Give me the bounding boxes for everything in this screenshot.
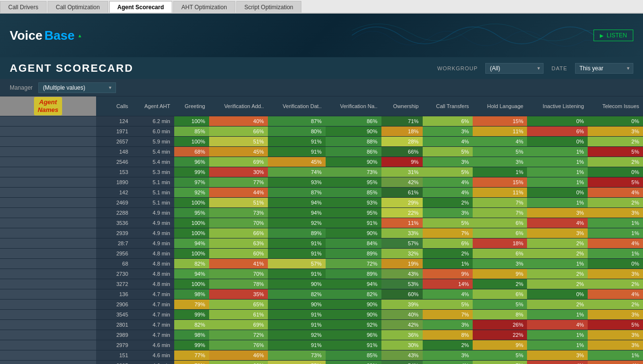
table-cell: 96%: [174, 157, 209, 167]
table-cell: 65%: [209, 300, 268, 310]
cell-calls: 2906: [96, 300, 132, 310]
table-cell: 90%: [268, 279, 326, 289]
table-cell: 4%: [588, 188, 643, 198]
table-cell: 76%: [209, 340, 268, 350]
cell-calls: 1890: [96, 177, 132, 188]
table-cell: 85%: [326, 350, 381, 361]
col-inactive: Inactive Listening: [527, 96, 588, 116]
table-cell: 15%: [473, 116, 527, 127]
listen-label: LISTEN: [607, 32, 627, 39]
table-cell: 84%: [326, 238, 381, 249]
cell-aht: 5.1 min: [132, 188, 174, 198]
cell-agent-id: [0, 310, 96, 320]
listen-button[interactable]: ▶ LISTEN: [594, 30, 633, 41]
table-cell: 22%: [381, 208, 423, 218]
table-cell: 70%: [209, 269, 268, 279]
workgroup-select[interactable]: (All): [485, 63, 544, 74]
table-cell: 61%: [209, 310, 268, 320]
tab-call-optimization[interactable]: Call Optimization: [48, 1, 108, 13]
tab-aht-optimization[interactable]: AHT Optimization: [173, 1, 235, 13]
table-cell: 86%: [326, 147, 381, 157]
table-cell: 51%: [209, 137, 268, 147]
data-table-container: AgentNames Calls Agent AHT Greeting Veri…: [0, 96, 643, 364]
table-cell: 7%: [423, 228, 473, 238]
cell-aht: 4.7 min: [132, 289, 174, 300]
table-cell: 90%: [326, 157, 381, 167]
cell-agent-id: [0, 330, 96, 340]
cell-calls: 2469: [96, 198, 132, 208]
table-cell: 85%: [174, 127, 209, 137]
date-select[interactable]: This year Last year Last 6 months Last 3…: [575, 63, 633, 74]
table-cell: 82%: [174, 320, 209, 330]
table-cell: 2%: [588, 157, 643, 167]
table-cell: 89%: [268, 228, 326, 238]
tab-bar: Call Drivers Call Optimization Agent Sco…: [0, 0, 643, 14]
table-cell: 1%: [527, 259, 588, 269]
table-cell: 6%: [473, 218, 527, 228]
table-cell: 3%: [473, 157, 527, 167]
tab-script-optimization[interactable]: Script Optimization: [236, 1, 302, 13]
col-ver-add: Verification Add..: [209, 96, 268, 116]
table-cell: 80%: [268, 127, 326, 137]
cell-agent-id: [0, 289, 96, 300]
table-cell: 11%: [473, 188, 527, 198]
table-cell: 0%: [527, 188, 588, 198]
table-cell: 33%: [381, 228, 423, 238]
table-cell: 5%: [423, 167, 473, 177]
table-cell: 22%: [473, 330, 527, 340]
table-cell: 91%: [268, 238, 326, 249]
controls: WORKGROUP (All) DATE This year Last year…: [437, 63, 633, 74]
table-cell: 82%: [326, 289, 381, 300]
table-cell: 57%: [381, 238, 423, 249]
table-row: 28:7 4.9 min 94% 63% 91% 84% 57% 6% 18% …: [0, 238, 643, 249]
tab-agent-scorecard[interactable]: Agent Scorecard: [109, 1, 172, 13]
table-cell: 94%: [174, 238, 209, 249]
col-ownership: Ownership: [381, 96, 423, 116]
table-cell: 77%: [209, 177, 268, 188]
table-cell: 73%: [209, 208, 268, 218]
col-ver-dat: Verification Dat..: [268, 96, 326, 116]
cell-agent-id: [0, 218, 96, 228]
table-row: 142 5.1 min 92% 44% 87% 85% 61% 4% 11% 0…: [0, 188, 643, 198]
table-cell: 2%: [423, 340, 473, 350]
table-row: 68 4.8 min 82% 41% 57% 72% 19% 1% 3% 1% …: [0, 259, 643, 269]
table-cell: 95%: [326, 208, 381, 218]
table-row: 153 5.3 min 99% 30% 74% 73% 31% 5% 1% 1%…: [0, 167, 643, 177]
table-cell: 4%: [588, 238, 643, 249]
manager-select[interactable]: (Multiple values): [38, 82, 116, 93]
logo: VoiceBase ▲: [10, 28, 82, 43]
table-row: 148 5.4 min 68% 45% 91% 86% 66% 5% 5% 1%…: [0, 147, 643, 157]
table-cell: 93%: [326, 198, 381, 208]
manager-bar: Manager (Multiple values): [0, 79, 643, 96]
table-cell: 90%: [326, 127, 381, 137]
table-cell: 1%: [588, 249, 643, 259]
table-cell: 43%: [381, 350, 423, 361]
table-cell: 41%: [209, 259, 268, 269]
table-cell: 1%: [527, 310, 588, 320]
table-cell: 98%: [174, 330, 209, 340]
table-cell: 100%: [174, 228, 209, 238]
cell-aht: 4.8 min: [132, 279, 174, 289]
table-cell: 19%: [381, 259, 423, 269]
table-cell: 87%: [268, 116, 326, 127]
table-cell: 3%: [588, 127, 643, 137]
table-cell: 18%: [473, 238, 527, 249]
table-cell: 2%: [527, 279, 588, 289]
table-cell: 6%: [423, 238, 473, 249]
table-cell: 51%: [209, 198, 268, 208]
cell-agent-id: [0, 300, 96, 310]
table-cell: 100%: [174, 198, 209, 208]
table-cell: 97%: [174, 177, 209, 188]
date-select-wrapper: This year Last year Last 6 months Last 3…: [575, 63, 633, 74]
table-cell: 3%: [423, 350, 473, 361]
table-cell: 11%: [381, 218, 423, 228]
table-cell: 3%: [423, 157, 473, 167]
cell-aht: 4.9 min: [132, 238, 174, 249]
cell-calls: 2546: [96, 157, 132, 167]
cell-agent-id: [0, 127, 96, 137]
table-cell: 92%: [268, 218, 326, 228]
table-cell: 2%: [588, 300, 643, 310]
header: VoiceBase ▲ ▶ LISTEN: [0, 14, 643, 57]
table-row: 1971 6.0 min 85% 66% 80% 90% 18% 3% 11% …: [0, 127, 643, 137]
tab-call-drivers[interactable]: Call Drivers: [0, 1, 47, 13]
